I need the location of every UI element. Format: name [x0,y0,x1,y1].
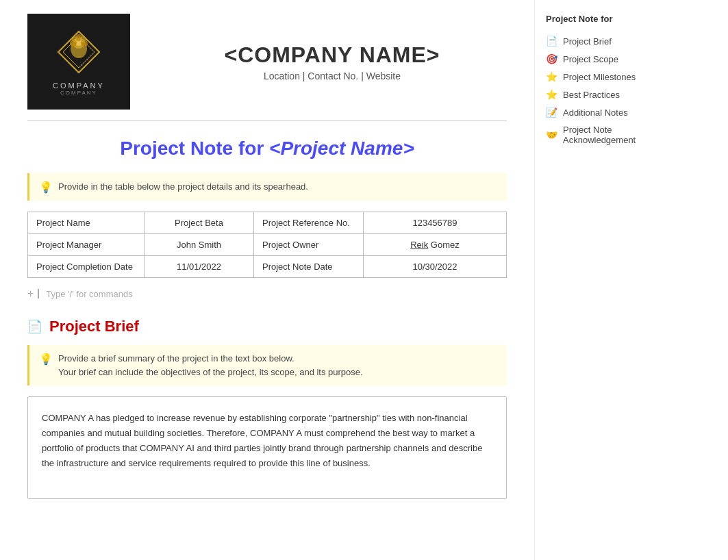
table-row: Project Completion Date 11/01/2022 Proje… [28,256,507,278]
project-name-italic: <Project Name> [269,138,414,159]
sidebar-item-project-scope[interactable]: 🎯 Project Scope [546,50,674,68]
add-block-button[interactable]: + [27,288,34,300]
sidebar-label-project-scope: Project Scope [563,54,618,64]
sidebar-item-best-practices[interactable]: ⭐ Best Practices [546,86,674,103]
sidebar-icon-best-practices: ⭐ [546,89,557,100]
hint-line-2: Your brief can include the objectives of… [58,367,363,377]
hint-icon-1: 💡 [39,181,53,194]
table-cell-value: 123456789 [364,212,507,234]
sidebar-title: Project Note for [546,14,674,24]
command-placeholder: Type '/' for commands [46,289,132,299]
sidebar-item-project-milestones[interactable]: ⭐ Project Milestones [546,68,674,86]
table-cell-value: 10/30/2022 [364,256,507,278]
main-content: COMPANY COMPANY <COMPANY NAME> Location … [0,0,534,560]
sidebar-item-additional-notes[interactable]: 📝 Additional Notes [546,103,674,121]
sidebar-label-project-brief: Project Brief [563,36,612,47]
hint-box-2: 💡 Provide a brief summary of the project… [27,345,507,385]
sidebar-item-project-brief[interactable]: 📄 Project Brief [546,32,674,50]
brief-section-icon: 📄 [27,319,42,334]
project-title: Project Note for <Project Name> [27,138,507,160]
logo-text: COMPANY [53,81,105,90]
project-table: Project Name Project Beta Project Refere… [27,212,507,278]
table-row: Project Manager John Smith Project Owner… [28,234,507,256]
hint-box-1: 💡 Provide in the table below the project… [27,173,507,201]
table-cell-value: 11/01/2022 [145,256,254,278]
company-details: Location | Contact No. | Website [158,71,507,81]
sidebar-icon-acknowledgement: 🤝 [546,129,557,140]
logo-box: COMPANY COMPANY [27,14,130,110]
sidebar-label-additional-notes: Additional Notes [563,107,628,118]
header: COMPANY COMPANY <COMPANY NAME> Location … [27,14,507,121]
logo-subtext: COMPANY [60,90,97,96]
table-cell-value: Project Beta [145,212,254,234]
brief-section-title: Project Brief [49,318,139,335]
section-brief-heading: 📄 Project Brief [27,318,507,335]
sidebar-label-project-milestones: Project Milestones [563,72,636,82]
brief-content-text: COMPANY A has pledged to increase revenu… [42,411,492,471]
table-cell-label: Project Completion Date [28,256,145,278]
company-info: <COMPANY NAME> Location | Contact No. | … [158,42,507,81]
company-name: <COMPANY NAME> [158,42,507,68]
sidebar: Project Note for 📄 Project Brief 🎯 Proje… [534,0,685,560]
sidebar-icon-additional-notes: 📝 [546,107,557,118]
sidebar-icon-project-brief: 📄 [546,36,557,47]
command-line[interactable]: + Type '/' for commands [27,283,507,304]
brief-content-box[interactable]: COMPANY A has pledged to increase revenu… [27,396,507,499]
table-cell-value: John Smith [145,234,254,256]
svg-point-9 [80,36,86,42]
cursor-indicator [38,289,39,298]
table-row: Project Name Project Beta Project Refere… [28,212,507,234]
sidebar-icon-project-milestones: ⭐ [546,71,557,82]
sidebar-label-best-practices: Best Practices [563,90,620,100]
project-title-text: Project Note for <Project Name> [27,138,507,160]
hint-text-2: Provide a brief summary of the project i… [58,352,363,379]
table-cell-value: Reik Gomez [364,234,507,256]
table-cell-label: Project Name [28,212,145,234]
logo-image [55,28,103,76]
sidebar-label-acknowledgement: Project Note Acknowledgement [563,125,674,145]
sidebar-item-acknowledgement[interactable]: 🤝 Project Note Acknowledgement [546,121,674,149]
table-cell-label: Project Reference No. [254,212,364,234]
svg-point-8 [72,36,77,42]
table-cell-label: Project Note Date [254,256,364,278]
table-cell-label: Project Manager [28,234,145,256]
table-cell-label: Project Owner [254,234,364,256]
hint-text-1: Provide in the table below the project d… [58,180,308,194]
sidebar-icon-project-scope: 🎯 [546,53,557,64]
hint-line-1: Provide a brief summary of the project i… [58,353,294,364]
hint-icon-2: 💡 [39,353,53,366]
